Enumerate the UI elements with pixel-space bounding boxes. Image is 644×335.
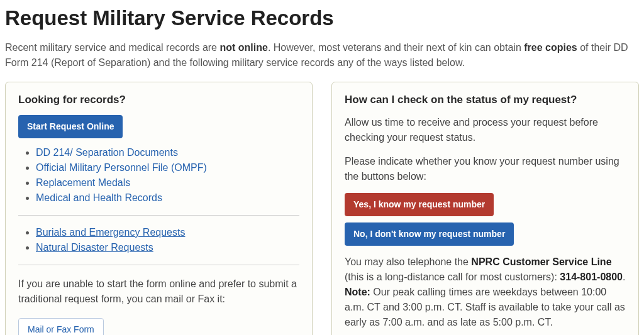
mail-or-fax-form-button[interactable]: Mail or Fax Form [18, 318, 104, 335]
check-status-card: How can I check on the status of my requ… [331, 82, 639, 335]
phone-text: . [623, 272, 625, 282]
replacement-medals-link[interactable]: Replacement Medals [36, 177, 130, 188]
divider [18, 215, 299, 216]
nprc-service-line-label: NPRC Customer Service Line [471, 256, 611, 267]
special-request-links: Burials and Emergency Requests Natural D… [36, 227, 299, 253]
status-para-2: Please indicate whether you know your re… [345, 154, 626, 184]
list-item: Medical and Health Records [36, 192, 299, 204]
yes-know-request-number-button[interactable]: Yes, I know my request number [345, 193, 494, 216]
mail-fax-intro-text: If you are unable to start the form onli… [18, 277, 299, 307]
divider [18, 265, 299, 265]
phone-number: 314-801-0800 [560, 272, 623, 282]
record-type-links: DD 214/ Separation Documents Official Mi… [36, 147, 299, 204]
note-text: Our peak calling times are weekdays betw… [345, 287, 625, 327]
page-title: Request Military Service Records [5, 6, 639, 30]
list-item: DD 214/ Separation Documents [36, 147, 299, 158]
status-para-1: Allow us time to receive and process you… [345, 115, 626, 145]
intro-free-copies: free copies [524, 42, 577, 53]
looking-for-records-card: Looking for records? Start Request Onlin… [5, 82, 313, 335]
note-label: Note: [345, 287, 370, 297]
intro-text: . However, most veterans and their next … [268, 42, 524, 53]
intro-not-online: not online [219, 42, 267, 53]
intro-text: Recent military service and medical reco… [5, 42, 219, 53]
list-item: Burials and Emergency Requests [36, 227, 299, 238]
natural-disaster-link[interactable]: Natural Disaster Requests [36, 242, 153, 253]
start-request-online-button[interactable]: Start Request Online [18, 115, 123, 138]
phone-text: (this is a long-distance call for most c… [345, 272, 560, 282]
dd214-link[interactable]: DD 214/ Separation Documents [36, 147, 178, 158]
right-card-heading: How can I check on the status of my requ… [345, 94, 626, 106]
burials-emergency-link[interactable]: Burials and Emergency Requests [36, 227, 185, 238]
left-card-heading: Looking for records? [18, 94, 299, 106]
intro-paragraph: Recent military service and medical reco… [5, 40, 639, 70]
list-item: Replacement Medals [36, 177, 299, 189]
list-item: Official Military Personnel File (OMPF) [36, 162, 299, 173]
list-item: Natural Disaster Requests [36, 242, 299, 253]
phone-text: You may also telephone the [345, 256, 471, 267]
phone-info-paragraph: You may also telephone the NPRC Customer… [345, 255, 626, 330]
ompf-link[interactable]: Official Military Personnel File (OMPF) [36, 162, 207, 173]
no-dont-know-request-number-button[interactable]: No, I don't know my request number [345, 222, 514, 246]
medical-health-link[interactable]: Medical and Health Records [36, 192, 162, 203]
